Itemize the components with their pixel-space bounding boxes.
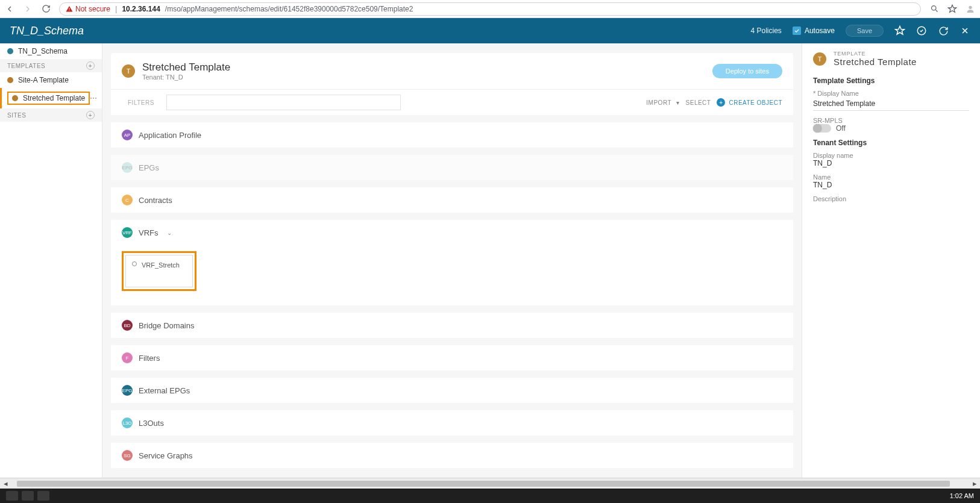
schema-nav-label: TN_D_Schema — [18, 47, 68, 55]
description-label: Description — [813, 195, 969, 202]
section-label: Application Profile — [139, 131, 201, 140]
taskbar-app-icon[interactable] — [37, 491, 49, 501]
properties-panel: T TEMPLATE Stretched Template Template S… — [802, 43, 980, 478]
add-site-icon[interactable]: + — [86, 111, 95, 119]
star-outline-icon[interactable] — [894, 25, 905, 36]
section-filters[interactable]: F Filters — [111, 345, 793, 370]
section-label: VRFs — [139, 228, 159, 237]
templates-section-label: TEMPLATES — [7, 63, 45, 69]
template-settings-heading: Template Settings — [813, 77, 969, 85]
forward-icon[interactable] — [23, 4, 33, 14]
taskbar-app-icon[interactable] — [6, 491, 18, 501]
vrf-card-name: VRF_Stretch — [142, 261, 180, 269]
save-button[interactable]: Save — [846, 25, 884, 37]
sites-section-header: SITES + — [0, 108, 102, 122]
not-secure-indicator: Not secure — [66, 5, 110, 13]
schema-nav-item[interactable]: TN_D_Schema — [0, 43, 102, 59]
template-tenant: Tenant: TN_D — [142, 73, 230, 81]
browser-toolbar: Not secure | 10.2.36.144/mso/appManageme… — [0, 0, 980, 18]
close-icon[interactable] — [960, 25, 970, 36]
section-contracts[interactable]: C Contracts — [111, 187, 793, 213]
vrf-card[interactable]: VRF_Stretch — [125, 255, 193, 287]
contracts-icon: C — [122, 195, 133, 205]
select-button[interactable]: SELECT — [686, 99, 711, 106]
template-item-site-a[interactable]: Site-A Template — [0, 72, 102, 88]
address-bar[interactable]: Not secure | 10.2.36.144/mso/appManageme… — [59, 2, 921, 16]
sites-section-label: SITES — [7, 112, 26, 119]
address-sep: | — [115, 4, 117, 13]
tenant-name-value: TN_D — [813, 181, 969, 189]
horizontal-scrollbar[interactable]: ◂ ▸ — [0, 478, 980, 489]
template-item-stretched[interactable]: Stretched Template ⋯ — [0, 88, 102, 108]
not-secure-label: Not secure — [75, 5, 110, 13]
main-content: T Stretched Template Tenant: TN_D Deploy… — [102, 43, 802, 478]
section-bridge-domains[interactable]: BD Bridge Domains — [111, 313, 793, 338]
star-icon[interactable] — [947, 4, 957, 14]
bd-icon: BD — [122, 320, 133, 331]
back-icon[interactable] — [5, 4, 14, 14]
filter-input[interactable] — [166, 95, 401, 110]
app-header: TN_D_Schema 4 Policies Autosave Save — [0, 18, 980, 43]
section-vrfs[interactable]: VRF VRFs ⌄ VRF_Stretch — [111, 220, 793, 305]
srmpls-value: Off — [836, 124, 846, 133]
taskbar-clock: 1:02 AM — [950, 492, 974, 499]
section-external-epgs[interactable]: EPG External EPGs — [111, 378, 793, 403]
filters-icon: F — [122, 352, 133, 363]
section-label: L3Outs — [139, 419, 164, 428]
section-label: Bridge Domains — [139, 321, 195, 330]
autosave-label: Autosave — [805, 27, 835, 35]
scroll-left-icon[interactable]: ◂ — [0, 479, 11, 488]
filter-toolbar: FILTERS IMPORT▾ SELECT + CREATE OBJECT — [111, 89, 793, 115]
section-label: Service Graphs — [139, 451, 193, 460]
service-graphs-icon: SG — [122, 450, 133, 461]
section-l3outs[interactable]: L3O L3Outs — [111, 410, 793, 436]
autosave-toggle[interactable]: Autosave — [793, 27, 835, 35]
address-host: 10.2.36.144 — [122, 5, 160, 13]
app-profile-icon: AP — [122, 130, 133, 140]
tenant-display-name-value: TN_D — [813, 159, 969, 167]
profile-icon[interactable] — [966, 4, 975, 14]
vrf-status-icon — [132, 261, 137, 266]
deploy-button[interactable]: Deploy to sites — [712, 64, 782, 78]
ext-epgs-icon: EPG — [122, 385, 133, 396]
epgs-icon: EPG — [122, 162, 133, 173]
vrfs-icon: VRF — [122, 227, 133, 238]
zoom-icon[interactable] — [929, 4, 939, 14]
section-application-profile[interactable]: AP Application Profile — [111, 122, 793, 148]
taskbar-app-icon[interactable] — [22, 491, 34, 501]
panel-title: Stretched Template — [834, 57, 917, 67]
section-label: External EPGs — [139, 386, 190, 395]
scroll-right-icon[interactable]: ▸ — [969, 479, 980, 488]
clock-check-icon[interactable] — [916, 25, 927, 36]
template-header: T Stretched Template Tenant: TN_D Deploy… — [111, 53, 793, 89]
srmpls-toggle[interactable]: Off — [813, 124, 969, 133]
tenant-name-label: Name — [813, 173, 969, 181]
svg-point-1 — [969, 5, 972, 8]
templates-section-header: TEMPLATES + — [0, 59, 102, 72]
policies-count[interactable]: 4 Policies — [751, 27, 782, 35]
section-epgs[interactable]: EPG EPGs — [111, 155, 793, 180]
address-path: /mso/appManagement/schemas/edit/61452f8e… — [165, 5, 413, 13]
chevron-down-icon[interactable]: ⌄ — [167, 230, 172, 236]
display-name-input[interactable] — [813, 97, 969, 111]
left-sidebar: TN_D_Schema TEMPLATES + Site-A Template … — [0, 43, 102, 478]
template-title: Stretched Template — [142, 61, 230, 73]
vrf-card-highlight: VRF_Stretch — [122, 251, 196, 291]
schema-title: TN_D_Schema — [10, 25, 84, 37]
display-name-label: * Display Name — [813, 90, 969, 97]
section-label: Contracts — [139, 196, 172, 205]
refresh-icon[interactable] — [938, 25, 949, 36]
section-service-graphs[interactable]: SG Service Graphs — [111, 443, 793, 468]
template-dot-icon — [7, 77, 13, 83]
check-icon — [793, 27, 801, 35]
l3outs-icon: L3O — [122, 417, 133, 428]
schema-dot-icon — [7, 48, 13, 54]
reload-icon[interactable] — [41, 4, 51, 14]
srmpls-label: SR-MPLS — [813, 117, 969, 124]
template-more-icon[interactable]: ⋯ — [90, 94, 97, 102]
import-button[interactable]: IMPORT▾ — [646, 99, 679, 106]
create-object-button[interactable]: + CREATE OBJECT — [717, 98, 782, 107]
add-template-icon[interactable]: + — [86, 61, 95, 70]
plus-icon: + — [717, 98, 725, 107]
windows-taskbar: 1:02 AM — [0, 489, 980, 503]
